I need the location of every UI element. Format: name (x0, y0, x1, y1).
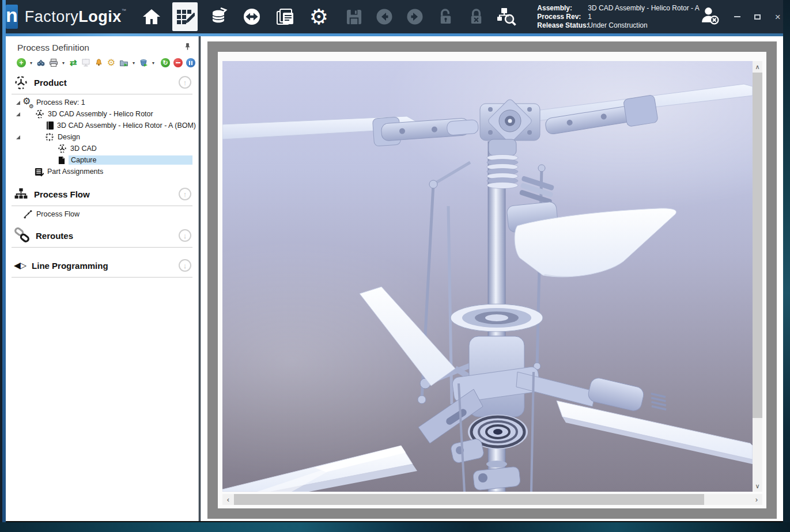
capture-viewer: ∧ ∨ ‹ › (201, 36, 783, 521)
presentation-icon[interactable] (81, 58, 91, 68)
collapse-up-icon[interactable]: ↑ (179, 76, 191, 89)
vertical-scrollbar[interactable]: ∧ ∨ (753, 61, 762, 492)
window-border-bottom (0, 522, 790, 532)
tree-row-process-rev[interactable]: ⚙⚙ Process Rev: 1 (6, 97, 198, 108)
viewer-frame: ∧ ∨ ‹ › (207, 41, 777, 519)
divider (12, 247, 192, 248)
assembly-info: Assembly: 3D CAD Assembly - Helico Rotor… (537, 4, 699, 30)
window-border-right (783, 0, 790, 532)
tree-row-3dcad[interactable]: 3D CAD (6, 143, 198, 154)
divider (12, 206, 192, 206)
app-logo: n (6, 5, 18, 29)
document-icon (58, 156, 65, 165)
tree-row-bom[interactable]: 3D CAD Assembly - Helico Rotor - A (BOM) (6, 120, 198, 131)
title-bar: n FactoryLogix™ (0, 0, 790, 33)
reroute-swap-icon[interactable]: ⇄ (68, 58, 78, 68)
export-package-icon[interactable] (119, 58, 129, 68)
minimize-button[interactable] (731, 10, 744, 23)
tree-row-assembly[interactable]: 3D CAD Assembly - Helico Rotor (6, 108, 198, 120)
delete-dropdown-caret[interactable]: ▾ (151, 60, 156, 66)
section-product[interactable]: Product ↑ (6, 73, 198, 92)
vertical-scroll-thumb[interactable] (753, 73, 762, 418)
tree-row-process-flow[interactable]: Process Flow (6, 207, 198, 221)
cube3d-icon (35, 109, 44, 119)
expand-down-icon[interactable]: ↓ (179, 259, 191, 272)
cube3d-icon (58, 144, 67, 153)
section-reroutes[interactable]: Reroutes ↓ (6, 226, 198, 245)
stop-icon[interactable] (173, 58, 183, 68)
reroutes-label: Reroutes (36, 231, 73, 241)
chain-link-icon (14, 227, 30, 244)
scroll-up-icon[interactable]: ∧ (753, 61, 762, 73)
scroll-left-icon[interactable]: ‹ (222, 494, 234, 505)
tree-row-design[interactable]: Design (6, 131, 198, 143)
process-definition-panel: Process Definition + ▾ ▾ ⇄ (6, 36, 199, 521)
window-border-left (0, 0, 6, 532)
find-icon[interactable] (36, 58, 46, 68)
line-programming-icon: ◀▷ (14, 260, 26, 271)
print-dropdown-caret[interactable]: ▾ (61, 60, 66, 66)
back-icon[interactable] (373, 5, 395, 28)
options-gear-icon[interactable]: ⚙ (106, 58, 116, 68)
close-button[interactable]: × (772, 10, 784, 23)
tree-row-part-assignments[interactable]: Part Assignments (6, 166, 198, 177)
main-nav: ⚙ (139, 2, 331, 31)
panel-toolbar: + ▾ ▾ ⇄ ⚙ (6, 54, 198, 70)
home-icon[interactable] (139, 2, 164, 31)
lock-x-icon[interactable] (465, 5, 487, 28)
process-flow-icon (14, 187, 28, 202)
add-icon[interactable]: + (16, 58, 27, 68)
window-controls: × (731, 10, 784, 23)
expand-down-icon[interactable]: ↓ (179, 229, 191, 242)
transfer-icon[interactable] (239, 2, 264, 31)
process-flow-label: Process Flow (34, 189, 90, 199)
gears-icon: ⚙⚙ (23, 98, 33, 107)
flow-path-icon (23, 210, 33, 219)
process-rev-value: 1 (588, 13, 592, 21)
process-definition-icon[interactable] (172, 2, 198, 31)
print-icon[interactable] (48, 58, 59, 68)
section-process-flow[interactable]: Process Flow ↑ (6, 184, 198, 204)
pin-icon[interactable] (184, 43, 191, 53)
unlock-icon[interactable] (434, 5, 456, 28)
divider (12, 94, 192, 94)
release-status-value: Under Construction (588, 21, 647, 30)
expander-icon[interactable] (16, 135, 20, 139)
data-import-icon[interactable] (206, 2, 231, 31)
release-status-label: Release Status: (537, 21, 588, 30)
bom-book-icon (47, 121, 54, 130)
design-icon (45, 132, 54, 142)
audit-search-icon[interactable] (496, 5, 517, 28)
add-dropdown-caret[interactable]: ▾ (29, 60, 33, 66)
tree-row-capture[interactable]: Capture (6, 154, 198, 166)
horizontal-scrollbar[interactable]: ‹ › (222, 494, 762, 505)
horizontal-scroll-thumb[interactable] (234, 494, 704, 505)
scroll-down-icon[interactable]: ∨ (753, 480, 762, 492)
scroll-right-icon[interactable]: › (751, 494, 762, 505)
expander-icon[interactable] (16, 112, 20, 116)
forward-icon[interactable] (404, 5, 426, 28)
user-logout-icon[interactable] (700, 6, 721, 28)
action-toolbar (343, 5, 517, 28)
refresh-icon[interactable]: ↻ (160, 58, 171, 68)
process-rev-label: Process Rev: (537, 13, 588, 21)
export-dropdown-caret[interactable]: ▾ (131, 60, 136, 66)
cad-3d-viewport[interactable] (222, 61, 753, 492)
collapse-up-icon[interactable]: ↑ (179, 188, 191, 200)
viewer-canvas: ∧ ∨ ‹ › (218, 52, 766, 508)
part-assignments-icon (34, 167, 44, 177)
product-label: Product (34, 78, 67, 88)
delete-bucket-icon[interactable] (138, 58, 149, 68)
process-tree: ⚙⚙ Process Rev: 1 3D CAD Assembly - Heli… (6, 97, 198, 177)
brand-text: FactoryLogix™ (25, 8, 127, 26)
assembly-label: Assembly: (537, 4, 588, 13)
alarm-bell-icon[interactable] (93, 58, 104, 68)
maximize-button[interactable] (751, 10, 764, 23)
line-programming-label: Line Programming (32, 261, 108, 271)
expander-icon[interactable] (16, 101, 20, 105)
save-icon[interactable] (343, 5, 365, 28)
settings-gear-icon[interactable]: ⚙ (306, 2, 331, 31)
documents-icon[interactable] (273, 2, 298, 31)
section-line-programming[interactable]: ◀▷ Line Programming ↓ (6, 256, 198, 275)
pause-icon[interactable] (186, 58, 196, 68)
